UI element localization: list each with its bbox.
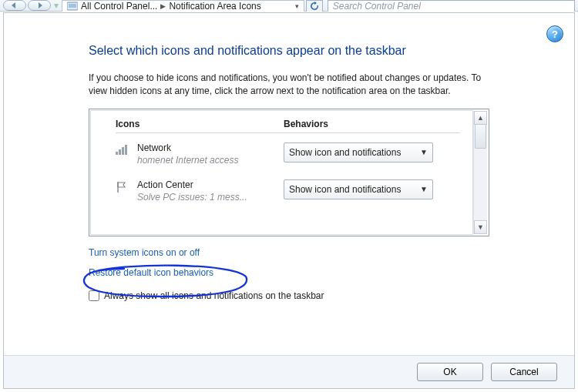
chevron-down-icon: ▼: [420, 185, 428, 193]
page-title: Select which icons and notifications app…: [89, 44, 489, 58]
restore-defaults-link[interactable]: Restore default icon behaviors: [89, 267, 213, 278]
arrow-right-icon: [35, 2, 43, 8]
behavior-select[interactable]: Show icon and notifications ▼: [284, 179, 433, 199]
refresh-icon: [310, 2, 319, 11]
arrow-left-icon: [11, 2, 18, 8]
page-description: If you choose to hide icons and notifica…: [89, 72, 489, 98]
always-show-checkbox[interactable]: [89, 290, 99, 301]
ok-button[interactable]: OK: [417, 363, 483, 381]
svg-rect-1: [69, 4, 76, 8]
item-sub: Solve PC issues: 1 mess...: [137, 192, 284, 203]
crumb-text: Notification Area Icons: [169, 1, 260, 12]
scroll-up-button[interactable]: ▲: [474, 111, 487, 125]
crumb-arrow-icon: ▶: [160, 2, 166, 10]
svg-rect-3: [119, 149, 121, 155]
always-show-row: Always show all icons and notifications …: [89, 290, 489, 301]
refresh-button[interactable]: [306, 0, 323, 12]
breadcrumb[interactable]: All Control Panel... ▶ Notification Area…: [62, 0, 304, 12]
links: Turn system icons on or off Restore defa…: [89, 247, 489, 287]
svg-rect-2: [116, 152, 118, 155]
control-panel-icon: [67, 2, 78, 11]
svg-rect-5: [125, 145, 127, 155]
system-icons-link[interactable]: Turn system icons on or off: [89, 247, 200, 258]
flag-icon: [116, 179, 137, 193]
back-button[interactable]: [3, 0, 26, 11]
item-name: Network: [137, 142, 284, 153]
behavior-select[interactable]: Show icon and notifications ▼: [284, 142, 433, 162]
network-icon: [116, 142, 137, 155]
col-icons: Icons: [116, 119, 284, 129]
scroll-thumb[interactable]: [475, 124, 486, 149]
footer: OK Cancel: [4, 355, 574, 388]
help-button[interactable]: ?: [546, 25, 563, 42]
search-placeholder: Search Control Panel: [333, 1, 421, 12]
main-panel: ? Select which icons and notifications a…: [3, 12, 575, 389]
checkbox-label: Always show all icons and notifications …: [104, 290, 324, 301]
item-sub: homenet Internet access: [137, 155, 284, 166]
crumb-text: All Control Panel...: [81, 1, 157, 12]
scroll-down-button[interactable]: ▼: [474, 220, 487, 234]
svg-rect-4: [122, 147, 124, 155]
icon-list: Icons Behaviors Network homenet Internet…: [89, 109, 489, 236]
cancel-button[interactable]: Cancel: [491, 363, 557, 381]
explorer-nav: ▾ All Control Panel... ▶ Notification Ar…: [0, 0, 578, 12]
select-value: Show icon and notifications: [289, 147, 401, 158]
item-name: Action Center: [137, 179, 284, 190]
list-item: Network homenet Internet access Show ico…: [116, 142, 460, 166]
chevron-down-icon: ▼: [420, 148, 428, 156]
forward-button[interactable]: [28, 0, 51, 11]
crumb-dropdown-icon[interactable]: ▾: [295, 2, 299, 10]
search-input[interactable]: Search Control Panel: [328, 0, 575, 12]
history-dropdown[interactable]: ▾: [52, 0, 60, 11]
list-item: Action Center Solve PC issues: 1 mess...…: [116, 179, 460, 203]
scrollbar[interactable]: ▲ ▼: [473, 111, 487, 234]
select-value: Show icon and notifications: [289, 184, 401, 195]
col-behaviors: Behaviors: [284, 119, 328, 129]
column-headers: Icons Behaviors: [116, 119, 460, 133]
